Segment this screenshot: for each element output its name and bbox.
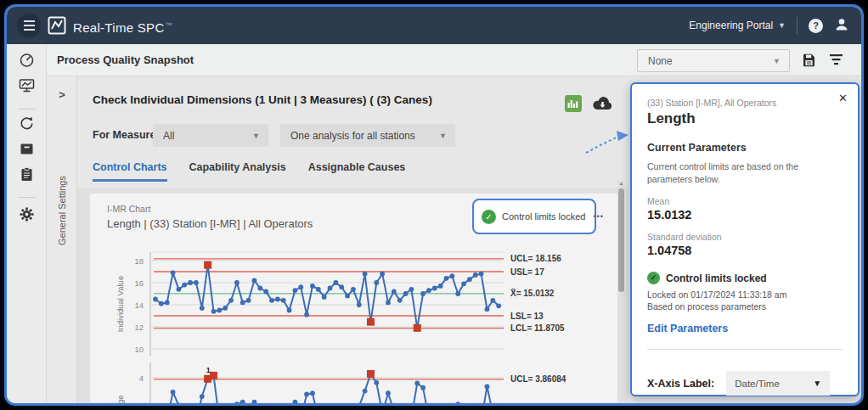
svg-text:1: 1: [206, 366, 211, 374]
chart-view-toggle-icon[interactable]: [565, 95, 582, 112]
chart-type-label: I-MR Chart: [107, 204, 150, 214]
svg-text:X̄= 15.0132: X̄= 15.0132: [510, 289, 555, 298]
divider: [797, 17, 798, 34]
svg-text:18: 18: [134, 256, 144, 266]
tab-capability-analysis[interactable]: Capability Analysis: [189, 161, 286, 182]
nav-rail: [7, 44, 47, 403]
analysis-mode-dropdown[interactable]: One analysis for all stations▼: [280, 124, 455, 147]
main-content: Check Individual Dimensions (1 Unit | 3 …: [77, 76, 628, 403]
sync-icon[interactable]: [19, 115, 35, 135]
brand-name: Real-Time SPC™: [73, 7, 172, 47]
control-limits-locked-badge[interactable]: ✓ Control limits locked •••: [472, 199, 596, 234]
svg-text:LCL= 11.8705: LCL= 11.8705: [510, 323, 565, 333]
brand-logo-icon: [48, 16, 66, 38]
panel-subtitle: (33) Station [I-MR], All Operators: [647, 98, 843, 108]
parameters-panel: ✕ (33) Station [I-MR], All Operators Len…: [630, 82, 860, 396]
mean-label: Mean: [647, 196, 843, 206]
imr-chart-svg: 1816141210UCL= 18.156USL= 17LSL= 13LCL= …: [86, 247, 619, 403]
svg-text:Individual Value: Individual Value: [116, 276, 125, 332]
analysis-heading: Check Individual Dimensions (1 Unit | 3 …: [93, 93, 432, 106]
divider: [18, 197, 36, 198]
scrollbar-thumb[interactable]: [618, 188, 624, 292]
mean-value: 15.0132: [647, 208, 843, 222]
download-cloud-icon[interactable]: [591, 96, 614, 115]
chevron-down-icon: ▼: [773, 57, 781, 65]
parameters-description: Current control limits are based on the …: [647, 160, 817, 186]
svg-text:USL= 17: USL= 17: [510, 267, 544, 277]
top-navigation-bar: Real-Time SPC™ Engineering Portal ▼ ?: [7, 7, 861, 44]
help-icon[interactable]: ?: [809, 19, 823, 33]
trademark: ™: [166, 21, 172, 29]
measure-dropdown[interactable]: All▼: [153, 124, 268, 147]
chevron-down-icon: ▼: [813, 379, 821, 388]
svg-text:LSL= 13: LSL= 13: [510, 312, 544, 321]
settings-gear-icon[interactable]: [19, 206, 35, 226]
filter-icon[interactable]: [829, 53, 843, 70]
scroll-up-icon[interactable]: ▲: [617, 181, 625, 186]
locked-on-text: Locked on 01/17/2024 11:33:18 am: [647, 289, 843, 300]
stddev-label: Standard deviation: [647, 232, 843, 242]
lock-basis-text: Based on process parameters: [647, 301, 843, 312]
xaxis-dropdown[interactable]: Date/Time ▼: [726, 371, 830, 396]
close-icon[interactable]: ✕: [838, 92, 848, 104]
badge-menu-icon[interactable]: •••: [593, 212, 603, 221]
lock-badge-label: Control limits locked: [502, 211, 585, 222]
chevron-down-icon: ▼: [252, 132, 260, 140]
svg-text:16: 16: [134, 278, 144, 288]
for-measure-label: For Measure:: [93, 129, 160, 141]
dashboard-gauge-icon[interactable]: [19, 52, 35, 71]
save-icon[interactable]: [802, 53, 816, 70]
svg-text:14: 14: [134, 300, 144, 310]
clipboard-icon[interactable]: [19, 166, 35, 186]
tab-bar: Control Charts Capability Analysis Assig…: [93, 161, 405, 182]
svg-text:UCL= 18.156: UCL= 18.156: [510, 254, 561, 263]
svg-text:UCL= 3.86084: UCL= 3.86084: [510, 374, 566, 384]
general-settings-label: General Settings: [57, 175, 67, 246]
page-header: Process Quality Snapshot None ▼: [7, 44, 861, 76]
chevron-down-icon: ▼: [778, 21, 786, 30]
chevron-down-icon: ▼: [439, 132, 447, 140]
archive-icon[interactable]: [19, 141, 35, 160]
chart-title: Length | (33) Station [I-MR] | All Opera…: [107, 217, 313, 230]
svg-text:4: 4: [139, 373, 144, 383]
user-icon[interactable]: [834, 17, 849, 35]
xaxis-label: X-Axis Label:: [647, 378, 714, 390]
pointer-arrow: [583, 127, 634, 158]
check-icon: ✓: [647, 272, 660, 284]
portal-selector[interactable]: Engineering Portal ▼: [689, 20, 786, 31]
divider: [18, 109, 36, 110]
page-title: Process Quality Snapshot: [57, 44, 194, 76]
stddev-value: 1.04758: [647, 244, 843, 257]
panel-title: Length: [647, 110, 843, 127]
svg-text:Moving Range: Moving Range: [116, 395, 125, 403]
current-parameters-heading: Current Parameters: [647, 142, 843, 154]
tab-control-charts[interactable]: Control Charts: [93, 161, 167, 182]
tab-assignable-causes[interactable]: Assignable Causes: [308, 161, 406, 182]
svg-text:10: 10: [134, 345, 144, 354]
charts-monitor-icon[interactable]: [19, 77, 35, 97]
edit-parameters-link[interactable]: Edit Parameters: [647, 323, 843, 334]
vertical-scrollbar[interactable]: ▲: [617, 181, 625, 403]
general-settings-rail: > General Settings: [47, 76, 77, 403]
divider: [647, 349, 843, 350]
saved-view-dropdown[interactable]: None ▼: [637, 49, 790, 72]
app-window: Real-Time SPC™ Engineering Portal ▼ ? Pr…: [7, 7, 861, 403]
expand-chevron-icon[interactable]: >: [47, 88, 77, 101]
menu-icon[interactable]: [17, 14, 41, 37]
lock-status: Control limits locked: [666, 272, 767, 284]
svg-text:12: 12: [134, 323, 144, 332]
check-icon: ✓: [482, 210, 496, 224]
